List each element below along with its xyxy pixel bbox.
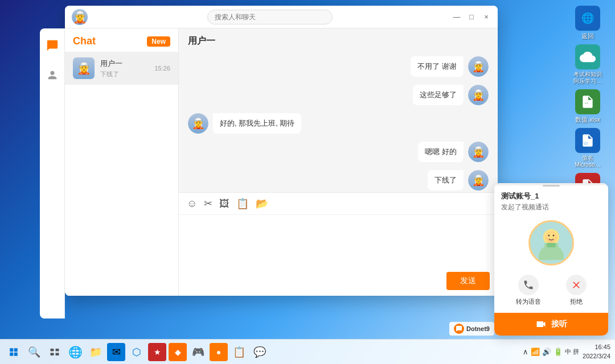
popup-handle <box>543 185 560 187</box>
desktop-icon-label-2: 考试和知识阿乐学习… <box>573 71 602 85</box>
network-icon[interactable]: 📶 <box>531 348 540 356</box>
reject-icon-btn <box>566 275 587 295</box>
voice-action[interactable]: 转为语音 <box>516 275 541 306</box>
msg-bubble-5: 下线了 <box>428 170 464 191</box>
app4-icon[interactable]: ● <box>210 343 228 361</box>
app5-icon[interactable]: 📋 <box>230 343 248 361</box>
svg-rect-10 <box>14 348 18 351</box>
video-call-avatar-wrap <box>494 216 608 270</box>
dotnet9-logo <box>454 324 464 334</box>
minimize-button[interactable]: — <box>452 13 461 22</box>
battery-icon[interactable]: 🔋 <box>554 348 563 356</box>
search-input[interactable] <box>207 10 333 24</box>
contact-status: 下线了 <box>100 70 149 78</box>
video-call-header: 测试账号_1 发起了视频通话 <box>494 185 608 216</box>
input-area: ☺ ✂ 🖼 📋 📂 发送 <box>179 192 498 296</box>
app6-icon[interactable]: 💬 <box>251 343 269 361</box>
mail-icon[interactable]: ✉ <box>107 343 125 361</box>
message-1: 🧝 不用了 谢谢 <box>188 56 489 77</box>
volume-icon[interactable]: 🔊 <box>542 348 551 356</box>
dotnet9-label: Dotnet9 <box>466 325 490 332</box>
svg-rect-8 <box>547 243 556 247</box>
ime-label[interactable]: 中 拼 <box>565 348 579 356</box>
taskbar-right: ∧ 📶 🔊 🔋 中 拼 16:45 2022/3/24 <box>523 343 610 361</box>
message-5: 🧝 下线了 <box>188 170 489 191</box>
msg-bubble-4: 嗯嗯 好的 <box>418 142 464 162</box>
msg-bubble-3: 好的, 那我先上班, 期待 <box>213 113 301 134</box>
chat-title-bar: 用户一 <box>179 28 498 52</box>
current-user-avatar: 🧝 <box>72 9 88 25</box>
input-toolbar: ☺ ✂ 🖼 📋 📂 <box>179 193 498 215</box>
app2-icon[interactable]: ◆ <box>169 343 187 361</box>
svg-rect-16 <box>56 353 59 355</box>
start-button[interactable] <box>5 343 23 361</box>
answer-button[interactable]: 接听 <box>494 313 608 336</box>
vscode-icon[interactable]: ⬡ <box>128 343 146 361</box>
svg-rect-12 <box>14 352 18 355</box>
svg-rect-11 <box>10 352 13 355</box>
taskbar-left: 🔍 🌐 📁 ✉ ⬡ ★ ◆ 🎮 ● 📋 💬 <box>5 343 269 361</box>
sidebar: Chat New 🧝 用户一 下线了 15:26 <box>65 28 179 296</box>
maximize-button[interactable]: □ <box>467 13 476 22</box>
taskview-icon[interactable] <box>46 343 64 361</box>
sidebar-title: Chat <box>73 35 96 47</box>
svg-rect-13 <box>51 349 54 351</box>
svg-point-4 <box>547 233 556 239</box>
close-button[interactable]: × <box>482 13 491 22</box>
desktop-icons: 🌐 返回 考试和知识阿乐学习… 数值.xlsx W 值名Microso… 下 <box>567 6 608 206</box>
taskbar: 🔍 🌐 📁 ✉ ⬡ ★ ◆ 🎮 ● 📋 💬 ∧ 📶 🔊 🔋 中 拼 <box>0 339 615 364</box>
msg-avatar-left: 🧝 <box>188 113 208 134</box>
app3-icon[interactable]: 🎮 <box>189 343 207 361</box>
svg-point-5 <box>548 235 550 237</box>
chat-area: 用户一 🧝 不用了 谢谢 🧝 这些足够了 <box>179 28 498 296</box>
message-2: 🧝 这些足够了 <box>188 85 489 105</box>
image-icon[interactable]: 🖼 <box>219 198 229 210</box>
desktop: 🌐 返回 考试和知识阿乐学习… 数值.xlsx W 值名Microso… 下 <box>0 0 615 364</box>
video-call-status: 发起了视频通话 <box>501 202 549 212</box>
video-call-popup: 测试账号_1 发起了视频通话 <box>494 183 608 336</box>
chevron-up-icon[interactable]: ∧ <box>523 348 528 356</box>
msg-bubble-2: 这些足够了 <box>413 85 464 105</box>
dotnet9-bar: Dotnet9 <box>449 322 494 336</box>
time-display: 16:45 <box>583 343 610 351</box>
desktop-icon-label: 返回 <box>581 32 594 40</box>
answer-label: 接听 <box>551 319 567 329</box>
taskbar-clock[interactable]: 16:45 2022/3/24 <box>583 343 610 361</box>
reject-action[interactable]: 拒绝 <box>566 275 587 306</box>
scissors-icon[interactable]: ✂ <box>204 197 212 210</box>
edge-icon[interactable]: 🌐 <box>66 343 84 361</box>
desktop-icon-back[interactable]: 🌐 返回 <box>567 6 608 40</box>
contact-info: 用户一 下线了 <box>100 59 149 78</box>
sidebar-header: Chat New <box>65 28 178 52</box>
voice-label: 转为语音 <box>516 297 541 306</box>
message-4: 🧝 嗯嗯 好的 <box>188 142 489 162</box>
desktop-icon-excel[interactable]: 数值.xlsx <box>567 89 608 123</box>
contact-avatar: 🧝 <box>73 57 95 79</box>
screenshot-icon[interactable]: 📋 <box>236 197 249 210</box>
contact-list: 🧝 用户一 下线了 15:26 <box>65 52 178 296</box>
app1-icon[interactable]: ★ <box>148 343 166 361</box>
search-taskbar-icon[interactable]: 🔍 <box>25 343 43 361</box>
svg-rect-14 <box>56 349 59 351</box>
chat-body: Chat New 🧝 用户一 下线了 15:26 <box>65 28 498 296</box>
message-3: 🧝 好的, 那我先上班, 期待 <box>188 113 489 134</box>
search-area <box>88 10 452 24</box>
send-button[interactable]: 发送 <box>446 272 490 290</box>
desktop-icon-word[interactable]: W 值名Microso… <box>567 128 608 168</box>
nav-contacts-icon[interactable] <box>43 66 62 84</box>
message-input[interactable] <box>179 215 498 266</box>
reject-label: 拒绝 <box>570 297 583 306</box>
nav-chat-icon[interactable] <box>43 36 62 55</box>
window-controls: — □ × <box>452 13 491 22</box>
title-bar: 🧝 — □ × <box>65 6 498 28</box>
file-explorer-icon[interactable]: 📁 <box>87 343 105 361</box>
emoji-icon[interactable]: ☺ <box>187 198 197 210</box>
sys-tray: ∧ 📶 🔊 🔋 中 拼 <box>523 348 579 356</box>
date-display: 2022/3/24 <box>583 352 610 361</box>
folder-icon[interactable]: 📂 <box>256 197 268 210</box>
msg-avatar-right: 🧝 <box>468 56 489 77</box>
msg-avatar-right-3: 🧝 <box>468 142 489 162</box>
svg-text:W: W <box>583 140 588 146</box>
desktop-icon-cloud[interactable]: 考试和知识阿乐学习… <box>567 44 608 85</box>
contact-item[interactable]: 🧝 用户一 下线了 15:26 <box>65 52 178 85</box>
